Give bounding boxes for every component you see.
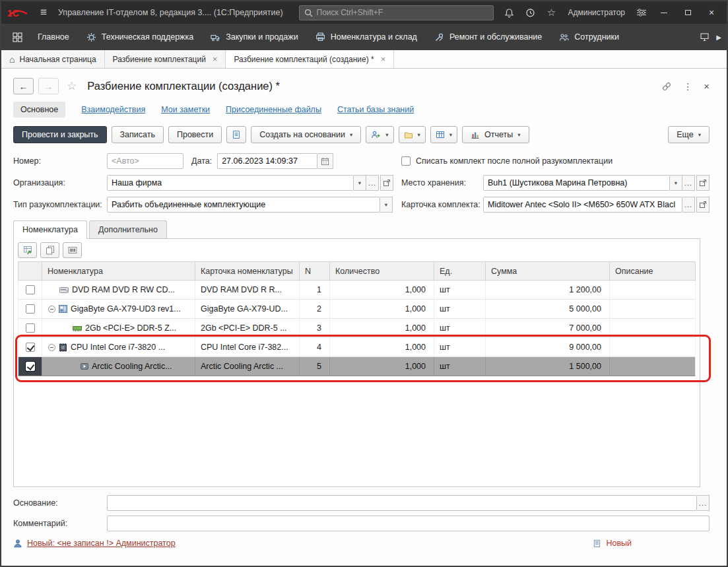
organization-field[interactable]: [107, 175, 354, 191]
card-cell[interactable]: DVD RAM DVD R R...: [195, 281, 300, 299]
row-checkbox[interactable]: [26, 323, 35, 333]
column-header-description[interactable]: Описание: [610, 262, 695, 280]
table-row-dvd[interactable]: DVD RAM DVD R RW CD... DVD RAM DVD R R..…: [18, 281, 696, 300]
storage-choose-button[interactable]: ...: [682, 175, 695, 191]
section-repair-service[interactable]: Ремонт и обслуживание: [426, 24, 550, 50]
sum-cell[interactable]: 7 000,00: [486, 319, 610, 337]
history-button[interactable]: [521, 4, 539, 21]
tab-home-page[interactable]: ⌂ Начальная страница: [1, 50, 105, 68]
kit-card-field[interactable]: [483, 197, 682, 213]
row-select-cell[interactable]: [18, 300, 42, 318]
sum-cell[interactable]: 1 500,00: [486, 357, 610, 376]
nomenclature-cell[interactable]: Arctic Cooling Arctic...: [42, 357, 195, 376]
get-link-button[interactable]: [661, 81, 672, 92]
save-button[interactable]: Записать: [112, 126, 164, 143]
menu-overflow-chevron-icon[interactable]: ▶: [716, 34, 721, 41]
favorites-button[interactable]: ☆: [543, 4, 560, 21]
main-menu-icon[interactable]: ≡: [36, 6, 51, 19]
nav-interactions[interactable]: Взаимодействия: [81, 105, 145, 114]
n-cell[interactable]: 3: [300, 319, 330, 337]
card-cell[interactable]: GigaByte GA-X79-UD...: [195, 300, 300, 318]
n-cell[interactable]: 1: [300, 281, 330, 299]
section-nomenclature-warehouse[interactable]: Номенклатура и склад: [307, 24, 426, 50]
collapse-node-icon[interactable]: [48, 344, 55, 351]
writeoff-kit-checkbox[interactable]: [401, 156, 411, 166]
table-row-motherboard[interactable]: GigaByte GA-X79-UD3 rev1... GigaByte GA-…: [18, 300, 696, 319]
n-cell[interactable]: 5: [300, 357, 330, 376]
row-select-cell[interactable]: [18, 338, 42, 356]
nomenclature-cell[interactable]: CPU Intel Core i7-3820 ...: [42, 338, 195, 356]
organization-open-button[interactable]: [380, 175, 393, 191]
quantity-cell[interactable]: 1,000: [330, 281, 434, 299]
column-header-sum[interactable]: Сумма: [486, 262, 610, 280]
service-panel-button[interactable]: [700, 32, 710, 42]
notifications-button[interactable]: [500, 4, 517, 21]
close-tab-icon[interactable]: ×: [381, 54, 386, 64]
close-tab-icon[interactable]: ×: [213, 54, 218, 64]
column-header-n[interactable]: N: [300, 262, 330, 280]
quantity-cell[interactable]: 1,000: [330, 338, 434, 356]
fill-table-button[interactable]: [18, 242, 37, 258]
date-picker-button[interactable]: [317, 153, 333, 169]
basis-choose-button[interactable]: ...: [697, 495, 710, 511]
nav-main[interactable]: Основное: [13, 102, 65, 117]
barcode-scan-button[interactable]: [63, 242, 82, 258]
table-row-ram[interactable]: 2Gb <PCI-E> DDR-5 Z... 2Gb <PCI-E> DDR-5…: [18, 319, 696, 338]
post-button[interactable]: Провести: [168, 126, 222, 143]
basis-field[interactable]: [107, 495, 697, 511]
column-header-unit[interactable]: Ед.: [434, 262, 486, 280]
number-field[interactable]: [107, 153, 183, 169]
minimize-button[interactable]: [654, 4, 674, 21]
storage-dropdown-button[interactable]: ▾: [670, 175, 682, 191]
create-based-on-button[interactable]: Создать на основании ▾: [251, 126, 361, 143]
document-register-button[interactable]: [226, 126, 246, 143]
nomenclature-cell[interactable]: 2Gb <PCI-E> DDR-5 Z...: [42, 319, 195, 337]
table-row-cpu[interactable]: CPU Intel Core i7-3820 ... CPU Intel Cor…: [18, 338, 696, 357]
table-row-cooler[interactable]: Arctic Cooling Arctic... Arctic Cooling …: [18, 357, 696, 376]
kit-card-open-button[interactable]: [696, 197, 710, 213]
row-select-cell[interactable]: [18, 319, 42, 337]
sum-cell[interactable]: 1 200,00: [486, 281, 610, 299]
connection-settings-button[interactable]: [633, 4, 650, 21]
forward-button[interactable]: →: [38, 78, 59, 94]
quantity-cell[interactable]: 1,000: [330, 319, 434, 337]
registers-dropdown-button[interactable]: ▾: [430, 126, 457, 143]
tab-additional[interactable]: Дополнительно: [89, 220, 167, 238]
tab-nomenclature[interactable]: Номенклатура: [13, 220, 87, 239]
column-header-card[interactable]: Карточка номенклатуры: [195, 262, 300, 280]
unit-cell[interactable]: шт: [434, 357, 486, 376]
nav-attached-files[interactable]: Присоединенные файлы: [226, 105, 321, 114]
card-cell[interactable]: Arctic Cooling Arctic ...: [195, 357, 300, 376]
more-menu-icon[interactable]: ⋮: [683, 81, 692, 92]
reports-button[interactable]: Отчеты ▾: [462, 126, 529, 143]
description-cell[interactable]: [610, 319, 695, 337]
quantity-cell[interactable]: 1,000: [330, 357, 434, 376]
copy-row-button[interactable]: [40, 242, 59, 258]
description-cell[interactable]: [610, 300, 695, 318]
assign-people-dropdown-button[interactable]: ▾: [366, 126, 393, 143]
description-cell[interactable]: [610, 357, 695, 376]
back-button[interactable]: ←: [13, 78, 34, 94]
section-tech-support[interactable]: Техническая поддержка: [78, 24, 202, 50]
unit-cell[interactable]: шт: [434, 338, 486, 356]
collapse-node-icon[interactable]: [48, 306, 55, 313]
nomenclature-cell[interactable]: DVD RAM DVD R RW CD...: [42, 281, 195, 299]
row-select-cell[interactable]: [18, 281, 42, 299]
unit-cell[interactable]: шт: [434, 319, 486, 337]
row-checkbox[interactable]: [26, 285, 35, 294]
kit-card-choose-button[interactable]: ...: [682, 197, 695, 213]
current-user-label[interactable]: Администратор: [568, 8, 625, 17]
sum-cell[interactable]: 5 000,00: [486, 300, 610, 318]
column-header-nomenclature[interactable]: Номенклатура: [42, 262, 195, 280]
nav-knowledge-base[interactable]: Статьи базы знаний: [337, 105, 414, 114]
split-type-field[interactable]: [107, 197, 380, 213]
n-cell[interactable]: 2: [300, 300, 330, 318]
organization-dropdown-button[interactable]: ▾: [354, 175, 366, 191]
date-field[interactable]: [217, 153, 317, 169]
global-search-input[interactable]: Поиск Ctrl+Shift+F: [299, 5, 494, 20]
unit-cell[interactable]: шт: [434, 281, 486, 299]
split-type-dropdown-button[interactable]: ▾: [380, 197, 393, 213]
description-cell[interactable]: [610, 281, 695, 299]
unit-cell[interactable]: шт: [434, 300, 486, 318]
nomenclature-cell[interactable]: GigaByte GA-X79-UD3 rev1...: [42, 300, 195, 318]
